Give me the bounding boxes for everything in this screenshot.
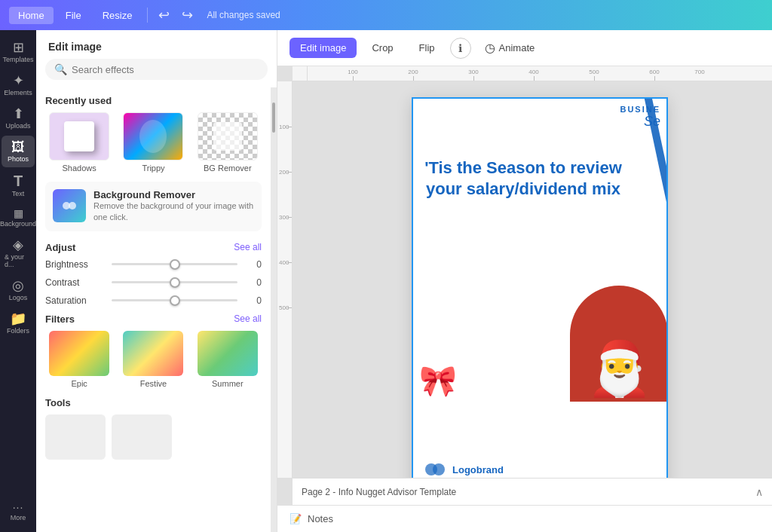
animate-icon: ◷ bbox=[485, 41, 495, 55]
brightness-value: 0 bbox=[244, 259, 262, 270]
uploads-icon: ⬆ bbox=[13, 107, 24, 121]
filters-header: Filters See all bbox=[45, 313, 262, 325]
brightness-slider[interactable] bbox=[112, 263, 237, 265]
redo-button[interactable]: ↪ bbox=[177, 4, 198, 26]
ruler-mark-700: 700 bbox=[694, 69, 704, 75]
topbar-tab-resize[interactable]: Resize bbox=[93, 7, 142, 24]
info-button[interactable]: ℹ bbox=[450, 38, 471, 59]
sidebar-item-photos[interactable]: 🖼 Photos bbox=[2, 136, 35, 167]
design-logo-area: Logobrand bbox=[424, 462, 504, 477]
ruler-mark-500: 500 bbox=[589, 69, 599, 75]
sidebar-item-folders[interactable]: 📁 Folders bbox=[2, 307, 35, 339]
panel-content: Recently used Shadows Trippy bbox=[36, 87, 271, 532]
design-main-text: 'Tis the Season to review your salary/di… bbox=[424, 157, 623, 199]
santa-figure: 🎅 bbox=[570, 286, 668, 451]
festive-thumbnail bbox=[123, 331, 183, 376]
tab-edit-image[interactable]: Edit image bbox=[290, 38, 357, 58]
contrast-value: 0 bbox=[244, 277, 262, 288]
scroll-handle[interactable] bbox=[272, 102, 275, 133]
adjust-see-all[interactable]: See all bbox=[234, 242, 262, 252]
brand-icon: ◈ bbox=[13, 238, 23, 252]
sidebar-item-label-text: Text bbox=[12, 190, 25, 197]
saturation-row: Saturation 0 bbox=[45, 295, 262, 306]
page-chevron-up[interactable]: ∧ bbox=[755, 486, 763, 498]
more-icon: ··· bbox=[13, 502, 24, 512]
photos-icon: 🖼 bbox=[11, 140, 25, 154]
bg-remover-title: Background Remover bbox=[93, 189, 254, 200]
tab-flip[interactable]: Flip bbox=[409, 38, 446, 58]
epic-thumbnail bbox=[49, 331, 109, 376]
script-text: Se bbox=[620, 114, 660, 130]
ruler-mark-100: 100 bbox=[348, 69, 357, 75]
folders-icon: 📁 bbox=[10, 312, 26, 326]
sidebar-item-text[interactable]: T Text bbox=[2, 169, 35, 202]
sidebar-item-templates[interactable]: ⊞ Templates bbox=[2, 36, 35, 68]
filters-see-all[interactable]: See all bbox=[234, 313, 262, 324]
bg-remover-promo[interactable]: Background Remover Remove the background… bbox=[45, 182, 262, 231]
topbar-tab-home[interactable]: Home bbox=[9, 7, 54, 24]
elements-icon: ✦ bbox=[13, 74, 24, 87]
epic-label: Epic bbox=[71, 379, 87, 388]
sidebar-item-elements[interactable]: ✦ Elements bbox=[2, 69, 35, 101]
topbar: Home File Resize ↩ ↪ All changes saved bbox=[0, 0, 772, 30]
tools-row bbox=[45, 414, 262, 460]
ruler-horizontal: 100 200 300 400 500 600 700 bbox=[293, 66, 772, 81]
panel-scroll-indicator bbox=[271, 87, 277, 532]
ruler-vertical: 100 200 300 400 500 bbox=[277, 81, 293, 478]
saturation-value: 0 bbox=[244, 295, 262, 306]
ruler-mark-200: 200 bbox=[408, 69, 418, 75]
shadows-label: Shadows bbox=[63, 164, 96, 173]
sidebar-item-label-more: More bbox=[11, 514, 26, 521]
topbar-tab-file[interactable]: File bbox=[57, 7, 90, 24]
adjust-title: Adjust bbox=[45, 242, 75, 253]
shadows-thumbnail bbox=[49, 112, 109, 161]
adjust-header: Adjust See all bbox=[45, 242, 262, 253]
notes-bar[interactable]: 📝 Notes bbox=[277, 505, 772, 532]
sidebar-item-label-templates: Templates bbox=[2, 56, 33, 63]
logo-text: Logobrand bbox=[452, 464, 504, 475]
search-bar[interactable]: 🔍 bbox=[45, 59, 268, 80]
contrast-slider[interactable] bbox=[112, 281, 237, 283]
gift-decoration: 🎀 bbox=[419, 363, 457, 399]
notes-label: Notes bbox=[308, 513, 333, 524]
search-input[interactable] bbox=[72, 64, 259, 75]
filter-epic[interactable]: Epic bbox=[45, 331, 113, 388]
ruler-mark-400: 400 bbox=[528, 69, 538, 75]
animate-button[interactable]: ◷ Animate bbox=[476, 37, 544, 59]
image-toolbar: Edit image Crop Flip ℹ ◷ Animate bbox=[277, 30, 772, 66]
sidebar-item-label-brand: & your d... bbox=[5, 253, 32, 268]
notes-icon: 📝 bbox=[290, 513, 302, 524]
bgremover-label: BG Remover bbox=[204, 164, 252, 173]
saturation-slider[interactable] bbox=[112, 299, 237, 301]
summer-thumbnail bbox=[198, 331, 258, 376]
sidebar-item-brand[interactable]: ◈ & your d... bbox=[2, 234, 35, 273]
sidebar-item-background[interactable]: ▦ Background bbox=[2, 203, 35, 232]
contrast-label: Contrast bbox=[45, 277, 106, 288]
trippy-label: Trippy bbox=[142, 164, 164, 173]
tool-thumb-1[interactable] bbox=[45, 414, 106, 460]
canvas-area: Edit image Crop Flip ℹ ◷ Animate 100 200… bbox=[277, 30, 772, 532]
tab-crop[interactable]: Crop bbox=[361, 38, 403, 58]
text-icon: T bbox=[14, 173, 23, 188]
effect-bgremover[interactable]: BG Remover bbox=[194, 112, 262, 173]
sidebar-item-more[interactable]: ··· More bbox=[2, 497, 35, 526]
sidebar-item-label-elements: Elements bbox=[4, 89, 32, 96]
sidebar-item-logos[interactable]: ◎ Logos bbox=[2, 274, 35, 306]
effect-shadows[interactable]: Shadows bbox=[45, 112, 113, 173]
icon-sidebar: ⊞ Templates ✦ Elements ⬆ Uploads 🖼 Photo… bbox=[0, 30, 36, 532]
recently-used-header: Recently used bbox=[45, 95, 262, 106]
undo-button[interactable]: ↩ bbox=[154, 4, 174, 26]
sidebar-item-label-photos: Photos bbox=[8, 155, 29, 163]
logos-icon: ◎ bbox=[12, 279, 24, 292]
bg-remover-description: Remove the background of your image with… bbox=[93, 200, 254, 224]
filter-summer[interactable]: Summer bbox=[194, 331, 262, 388]
tool-thumb-2[interactable] bbox=[112, 414, 172, 460]
page-label-text: Page 2 - Info Nugget Advisor Template bbox=[302, 487, 456, 497]
bg-remover-text: Background Remover Remove the background… bbox=[93, 189, 254, 224]
effect-trippy[interactable]: Trippy bbox=[119, 112, 187, 173]
busine-text: BUSINE bbox=[620, 105, 660, 114]
canvas-preview[interactable]: BUSINE Se 'Tis the Season to review your… bbox=[308, 112, 772, 475]
sidebar-item-uploads[interactable]: ⬆ Uploads bbox=[2, 102, 35, 134]
brightness-label: Brightness bbox=[45, 259, 106, 270]
filter-festive[interactable]: Festive bbox=[119, 331, 187, 388]
